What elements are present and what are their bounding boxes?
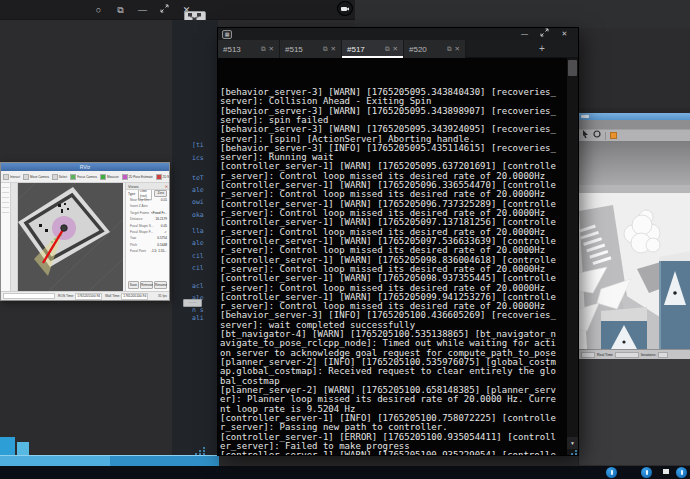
terminal-tab[interactable]: #520 ⧉ ✕: [404, 40, 466, 58]
status-lead-box: [3, 293, 55, 299]
views-panel-title: Views: [128, 184, 139, 189]
terminal-tab[interactable]: #513 ⧉ ✕: [218, 40, 280, 58]
terminal-tab[interactable]: #517 ⧉ ✕: [342, 40, 404, 58]
gazebo-3d-viewport[interactable]: [579, 141, 690, 349]
open-in-window-icon[interactable]: ⧉: [385, 45, 390, 53]
zero-button[interactable]: Zero: [154, 190, 167, 197]
terminal-log: [behavior_server-3] [WARN] [1765205095.3…: [220, 60, 557, 455]
tool-label: 2D Nav Goal: [163, 175, 169, 179]
views-panel-button[interactable]: Save: [128, 281, 139, 289]
taskbar-user-dot[interactable]: [606, 467, 617, 478]
new-tab-button[interactable]: +: [530, 40, 554, 58]
log-line: [controller_server-1] [WARN] [1765205096…: [220, 200, 557, 219]
log-fragment: [ti: [192, 141, 204, 149]
rviz-views-panel: Views ✕ Type: Orbit (rviz) Zero Near Cli…: [125, 183, 169, 291]
terminal-window-controls: — ✕: [519, 28, 570, 40]
rviz-tool-button[interactable]: Move Camera: [23, 174, 49, 180]
log-fragment: cil: [192, 264, 204, 272]
log-line: [controller_server-1] [INFO] [1765205100…: [220, 414, 557, 433]
tab-label: #513: [223, 45, 258, 54]
terminal-titlebar[interactable]: ▦ — ✕: [218, 28, 578, 40]
rviz-3d-viewport[interactable]: [18, 183, 123, 291]
resize-grip[interactable]: [566, 445, 578, 455]
selected-tool-box-icon[interactable]: [610, 132, 617, 139]
gazebo-title-text-fragment: [581, 115, 589, 118]
views-panel-button[interactable]: Remove: [140, 281, 153, 289]
close-tab-icon[interactable]: ✕: [455, 45, 460, 53]
tool-icon: [23, 174, 29, 180]
taskbar-user-dot[interactable]: [641, 467, 652, 478]
gazebo-toolbar: [579, 129, 690, 141]
tabs: #513 ⧉ ✕ #515 ⧉ ✕ #517 ⧉ ✕: [218, 40, 578, 58]
panel-splitter[interactable]: [11, 183, 18, 291]
open-in-window-icon[interactable]: ⧉: [323, 45, 328, 53]
gazebo-titlebar[interactable]: [579, 113, 690, 120]
rviz-tool-button[interactable]: Select: [52, 174, 67, 180]
robot-marker: [61, 225, 67, 231]
status-field-label: Wall Time:: [105, 294, 120, 298]
views-property-row[interactable]: Focal Point-1.5; 1.55...: [126, 248, 169, 254]
scrollbar-thumb[interactable]: [568, 60, 577, 76]
terminal-app-icon: ▦: [222, 30, 232, 39]
rviz-toolbar: InteractMove CameraSelectFocus CameraMea…: [1, 171, 169, 183]
tool-icon: [156, 174, 162, 180]
rviz-tool-button[interactable]: 2D Pose Estimate: [122, 174, 153, 180]
taskbar-user-dot[interactable]: [676, 467, 687, 478]
taskbar-chip[interactable]: [17, 442, 29, 455]
camera-indicator[interactable]: [337, 1, 353, 16]
time-fields: ROS Time:1765205100.94Wall Time:17652051…: [58, 293, 148, 300]
scrollbar-track[interactable]: ▼: [567, 58, 578, 455]
log-fragment: owi: [192, 198, 204, 206]
views-panel-header: Views ✕: [126, 183, 169, 190]
close-tab-icon[interactable]: ✕: [331, 45, 336, 53]
log-line: [behavior_server-3] [WARN] [1765205095.3…: [220, 88, 557, 107]
record-circle-icon[interactable]: ○: [92, 3, 105, 17]
terminal-tab[interactable]: #515 ⧉ ✕: [280, 40, 342, 58]
rviz-tool-button[interactable]: Measure: [100, 174, 119, 180]
window-controls: ○ ⧉ — ✕: [92, 1, 193, 19]
terminal-tab-bar: #513 ⧉ ✕ #515 ⧉ ✕ #517 ⧉ ✕: [218, 40, 578, 58]
close-tab-icon[interactable]: ✕: [269, 45, 274, 53]
terminal-output-area[interactable]: [behavior_server-3] [WARN] [1765205095.3…: [218, 58, 578, 455]
close-tab-icon[interactable]: ✕: [393, 45, 398, 53]
views-panel-button[interactable]: Rename: [154, 281, 167, 289]
log-fragment: ali: [192, 314, 204, 322]
rviz-tool-button[interactable]: Interact: [3, 174, 20, 180]
status-value-box: [615, 352, 639, 358]
terminal-window: ▦ — ✕ #513 ⧉ ✕ #51: [218, 28, 578, 455]
select-arrow-icon[interactable]: [582, 130, 589, 141]
log-line: [controller_server-1] [WARN] [1765205096…: [220, 181, 557, 200]
building-right: [659, 251, 690, 349]
window-bottom-strip: [0, 455, 219, 466]
log-line: [controller_server-1] [WARN] [1765205098…: [220, 274, 557, 293]
resize-grip[interactable]: [194, 442, 206, 456]
tool-label: Interact: [10, 175, 20, 179]
status-field-value: 1765205100.94: [75, 293, 102, 300]
status-value-box: [658, 352, 668, 358]
rviz-tool-button[interactable]: Focus Camera: [70, 174, 97, 180]
property-value: 0.01: [161, 197, 167, 203]
restore-icon[interactable]: [158, 3, 171, 17]
sky: [579, 141, 690, 185]
minimize-icon[interactable]: —: [519, 28, 530, 40]
log-fragment: teT: [192, 174, 204, 182]
log-fragment: oka: [192, 211, 204, 219]
minimize-icon[interactable]: —: [136, 3, 149, 17]
status-field-value: 1765205100.94: [121, 293, 148, 300]
open-in-window-icon[interactable]: ⧉: [447, 45, 452, 53]
tool-icon: [70, 174, 76, 180]
taskbar-chip[interactable]: [0, 437, 15, 455]
rviz-displays-panel-sliver: [1, 183, 11, 291]
tab-label: #515: [285, 45, 320, 54]
open-in-window-icon[interactable]: ⧉: [261, 45, 266, 53]
rviz-titlebar[interactable]: RViz: [1, 163, 169, 171]
log-line: [controller_server-1] [WARN] [1765205100…: [220, 451, 557, 455]
restore-icon[interactable]: [539, 28, 550, 41]
open-external-icon[interactable]: ⧉: [114, 3, 127, 17]
rviz-tool-button[interactable]: 2D Nav Goal: [156, 174, 169, 180]
log-fragment: lla: [192, 227, 204, 235]
log-line: [controller_server-1] [WARN] [1765205095…: [220, 162, 557, 181]
close-icon[interactable]: ✕: [559, 28, 570, 40]
views-panel-close-icon[interactable]: ✕: [165, 183, 168, 190]
rotate-tool-icon[interactable]: [593, 130, 601, 141]
